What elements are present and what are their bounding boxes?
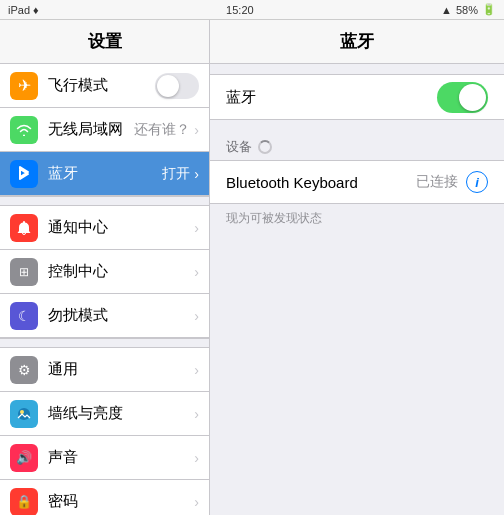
donotdisturb-label: 勿扰模式 — [48, 306, 194, 325]
control-label: 控制中心 — [48, 262, 194, 281]
wallpaper-icon — [10, 400, 38, 428]
sidebar-section-3: ⚙ 通用 › 墙纸与亮度 › 🔊 声音 › — [0, 348, 209, 515]
loading-spinner — [258, 140, 272, 154]
sidebar-section-1: ✈ 飞行模式 无线局域网 还有谁？ › — [0, 64, 209, 196]
bluetooth-chevron: › — [194, 166, 199, 182]
sidebar-item-wifi[interactable]: 无线局域网 还有谁？ › — [0, 108, 209, 152]
bluetooth-row[interactable]: 蓝牙 — [210, 75, 504, 119]
sidebar-title: 设置 — [88, 30, 122, 53]
sidebar-header: 设置 — [0, 20, 209, 64]
bluetooth-label: 蓝牙 — [48, 164, 162, 183]
wifi-icon — [10, 116, 38, 144]
bluetooth-section: 蓝牙 — [210, 74, 504, 120]
bluetooth-row-label: 蓝牙 — [226, 88, 437, 107]
sidebar-section-2: 通知中心 › ⊞ 控制中心 › ☾ 勿扰模式 › — [0, 206, 209, 338]
donotdisturb-chevron: › — [194, 308, 199, 324]
airplane-toggle[interactable] — [155, 73, 199, 99]
wifi-chevron: › — [194, 122, 199, 138]
status-right: ▲ 58% 🔋 — [441, 3, 496, 16]
status-left: iPad ♦ — [8, 4, 39, 16]
device-row[interactable]: Bluetooth Keyboard 已连接 i — [210, 160, 504, 204]
app-container: 设置 ✈ 飞行模式 无线局域网 — [0, 20, 504, 515]
sidebar-item-passcode[interactable]: 🔒 密码 › — [0, 480, 209, 515]
sound-icon: 🔊 — [10, 444, 38, 472]
sound-label: 声音 — [48, 448, 194, 467]
sidebar-item-control[interactable]: ⊞ 控制中心 › — [0, 250, 209, 294]
main-title: 蓝牙 — [340, 30, 374, 53]
device-status: 已连接 — [416, 173, 458, 191]
wallpaper-label: 墙纸与亮度 — [48, 404, 194, 423]
gap-1 — [210, 120, 504, 130]
divider-1 — [0, 196, 209, 206]
general-icon: ⚙ — [10, 356, 38, 384]
general-label: 通用 — [48, 360, 194, 379]
bluetooth-icon — [10, 160, 38, 188]
notification-label: 通知中心 — [48, 218, 194, 237]
bluetooth-toggle[interactable] — [437, 82, 488, 113]
airplane-label: 飞行模式 — [48, 76, 155, 95]
info-button[interactable]: i — [466, 171, 488, 193]
bluetooth-value: 打开 — [162, 165, 190, 183]
passcode-chevron: › — [194, 494, 199, 510]
donotdisturb-icon: ☾ — [10, 302, 38, 330]
divider-2 — [0, 338, 209, 348]
devices-section-title: 设备 — [210, 130, 504, 160]
sidebar-item-general[interactable]: ⚙ 通用 › — [0, 348, 209, 392]
battery-percent: 58% — [456, 4, 478, 16]
sidebar: 设置 ✈ 飞行模式 无线局域网 — [0, 20, 210, 515]
main-panel: 蓝牙 蓝牙 设备 Bluetooth Keyboard — [210, 20, 504, 515]
notification-chevron: › — [194, 220, 199, 236]
passcode-label: 密码 — [48, 492, 194, 511]
passcode-icon: 🔒 — [10, 488, 38, 516]
devices-label: 设备 — [226, 138, 252, 156]
sidebar-item-sound[interactable]: 🔊 声音 › — [0, 436, 209, 480]
control-chevron: › — [194, 264, 199, 280]
battery-icon: 🔋 — [482, 3, 496, 16]
discoverable-text: 现为可被发现状态 — [210, 204, 504, 233]
control-icon: ⊞ — [10, 258, 38, 286]
sidebar-item-airplane[interactable]: ✈ 飞行模式 — [0, 64, 209, 108]
wallpaper-chevron: › — [194, 406, 199, 422]
notification-icon — [10, 214, 38, 242]
status-bar: iPad ♦ 15:20 ▲ 58% 🔋 — [0, 0, 504, 20]
sidebar-item-bluetooth[interactable]: 蓝牙 打开 › — [0, 152, 209, 196]
wifi-label: 无线局域网 — [48, 120, 134, 139]
wifi-value: 还有谁？ — [134, 121, 190, 139]
signal-icon: ▲ — [441, 4, 452, 16]
sidebar-item-notification[interactable]: 通知中心 › — [0, 206, 209, 250]
main-header: 蓝牙 — [210, 20, 504, 64]
sound-chevron: › — [194, 450, 199, 466]
device-name: Bluetooth Keyboard — [226, 174, 416, 191]
sidebar-item-donotdisturb[interactable]: ☾ 勿扰模式 › — [0, 294, 209, 338]
status-time: 15:20 — [226, 4, 254, 16]
sidebar-item-wallpaper[interactable]: 墙纸与亮度 › — [0, 392, 209, 436]
svg-point-0 — [18, 408, 30, 420]
general-chevron: › — [194, 362, 199, 378]
airplane-icon: ✈ — [10, 72, 38, 100]
main-content: 蓝牙 设备 Bluetooth Keyboard 已连接 i — [210, 64, 504, 243]
